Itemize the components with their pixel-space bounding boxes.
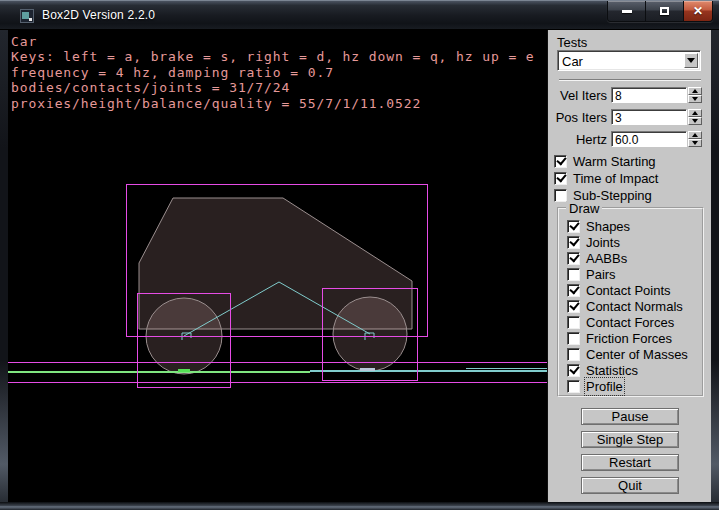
info-line: Keys: left = a, brake = s, right = d, hz… [11, 49, 535, 64]
vel-iters-decrement-button[interactable] [688, 95, 702, 103]
checkbox-label-contact-points: Contact Points [586, 283, 671, 298]
checkbox-label-time-of-impact: Time of Impact [573, 171, 658, 186]
test-select-value: Car [562, 54, 583, 69]
separator [559, 79, 701, 81]
checkbox-contact-forces[interactable] [567, 316, 580, 329]
window-border-left [0, 30, 8, 502]
draw-group-title: Draw [566, 201, 602, 216]
spinner-down-icon [692, 141, 698, 145]
checkbox-row-center-of-masses: Center of Masses [567, 348, 688, 361]
info-line: proxies/height/balance/quality = 55/7/1/… [11, 96, 535, 111]
spinner-up-icon [692, 111, 698, 115]
test-select-dropdown[interactable]: Car [557, 50, 701, 71]
checkbox-label-friction-forces: Friction Forces [586, 331, 672, 346]
action-buttons: PauseSingle StepRestartQuit [581, 408, 679, 494]
checkbox-row-pairs: Pairs [567, 268, 688, 281]
checkbox-row-time-of-impact: Time of Impact [554, 172, 658, 185]
close-button[interactable]: ✕ [684, 1, 712, 21]
checkbox-row-contact-normals: Contact Normals [567, 300, 688, 313]
solver-toggles: Warm Starting Time of Impact Sub-Steppin… [554, 155, 658, 202]
maximize-button[interactable] [646, 1, 684, 21]
pause-button[interactable]: Pause [581, 408, 679, 425]
checkbox-shapes[interactable] [567, 220, 580, 233]
quit-button[interactable]: Quit [581, 477, 679, 494]
pos-iters-increment-button[interactable] [688, 109, 702, 117]
spinner-row-pos-iters: Pos Iters 3 [548, 109, 702, 125]
checkbox-joints[interactable] [567, 236, 580, 249]
checkbox-label-contact-forces: Contact Forces [586, 315, 674, 330]
box2d-testbed-window: { "window": { "title": "Box2D Version 2.… [0, 0, 719, 510]
checkbox-label-profile: Profile [586, 379, 623, 394]
checkbox-row-shapes: Shapes [567, 220, 688, 233]
info-line: frequency = 4 hz, damping ratio = 0.7 [11, 65, 535, 80]
checkbox-label-center-of-masses: Center of Masses [586, 347, 688, 362]
chevron-down-icon [687, 58, 695, 63]
checkbox-pairs[interactable] [567, 268, 580, 281]
checkbox-row-joints: Joints [567, 236, 688, 249]
pos-iters-decrement-button[interactable] [688, 117, 702, 125]
spinner-row-hertz: Hertz 60.0 [548, 131, 702, 147]
window-border-right [711, 30, 719, 502]
app-icon [20, 9, 34, 23]
spinner-label-pos-iters: Pos Iters [548, 110, 611, 125]
contact-point-right [360, 368, 375, 371]
checkbox-label-joints: Joints [586, 235, 620, 250]
checkbox-row-warm-starting: Warm Starting [554, 155, 658, 168]
checkbox-label-pairs: Pairs [586, 267, 616, 282]
checkbox-row-profile: Profile [567, 380, 688, 393]
draw-flags-group: Draw Shapes Joints AABBs Pairs Contact P… [557, 207, 704, 397]
debug-info-text: CarKeys: left = a, brake = s, right = d,… [11, 34, 535, 111]
draw-flags-list: Shapes Joints AABBs Pairs Contact Points… [567, 220, 688, 393]
maximize-icon [660, 7, 669, 15]
spinner-down-icon [692, 97, 698, 101]
checkbox-center-of-masses[interactable] [567, 348, 580, 361]
checkbox-label-statistics: Statistics [586, 363, 638, 378]
pos-iters-field[interactable]: 3 [611, 109, 687, 125]
checkbox-contact-normals[interactable] [567, 300, 580, 313]
contact-point-left [178, 369, 190, 372]
checkbox-statistics[interactable] [567, 364, 580, 377]
checkbox-label-aabbs: AABBs [586, 251, 627, 266]
iteration-spinners: Vel Iters 8 Pos Iters 3 Hertz 60.0 [548, 87, 702, 147]
minimize-icon [622, 10, 632, 13]
checkbox-label-warm-starting: Warm Starting [573, 154, 656, 169]
checkbox-row-contact-points: Contact Points [567, 284, 688, 297]
checkbox-row-contact-forces: Contact Forces [567, 316, 688, 329]
caption-button-group: ✕ [607, 1, 713, 22]
checkbox-label-shapes: Shapes [586, 219, 630, 234]
hertz-increment-button[interactable] [688, 131, 702, 139]
checkbox-row-aabbs: AABBs [567, 252, 688, 265]
spinner-down-icon [692, 119, 698, 123]
dropdown-button[interactable] [684, 53, 698, 68]
tests-label: Tests [557, 35, 587, 50]
info-line: bodies/contacts/joints = 31/7/24 [11, 80, 535, 95]
vel-iters-field[interactable]: 8 [611, 87, 687, 103]
checkbox-label-contact-normals: Contact Normals [586, 299, 683, 314]
checkbox-row-friction-forces: Friction Forces [567, 332, 688, 345]
window-border-bottom [0, 502, 719, 510]
spinner-row-vel-iters: Vel Iters 8 [548, 87, 702, 103]
checkbox-friction-forces[interactable] [567, 332, 580, 345]
window-title: Box2D Version 2.2.0 [42, 8, 155, 22]
single-step-button[interactable]: Single Step [581, 431, 679, 448]
spinner-up-icon [692, 89, 698, 93]
spinner-up-icon [692, 133, 698, 137]
restart-button[interactable]: Restart [581, 454, 679, 471]
physics-viewport[interactable]: CarKeys: left = a, brake = s, right = d,… [8, 30, 547, 502]
checkbox-contact-points[interactable] [567, 284, 580, 297]
close-icon: ✕ [693, 5, 703, 17]
spinner-label-hertz: Hertz [548, 132, 611, 147]
hertz-field[interactable]: 60.0 [611, 131, 687, 147]
title-bar[interactable]: Box2D Version 2.2.0 ✕ [0, 0, 719, 30]
control-panel: Tests Car Vel Iters 8 Pos Iters 3 Hertz … [547, 30, 711, 502]
checkbox-row-statistics: Statistics [567, 364, 688, 377]
checkbox-profile[interactable] [567, 380, 580, 393]
checkbox-warm-starting[interactable] [554, 155, 567, 168]
spinner-label-vel-iters: Vel Iters [548, 88, 611, 103]
checkbox-aabbs[interactable] [567, 252, 580, 265]
minimize-button[interactable] [608, 1, 646, 21]
checkbox-time-of-impact[interactable] [554, 172, 567, 185]
info-line: Car [11, 34, 535, 49]
vel-iters-increment-button[interactable] [688, 87, 702, 95]
hertz-decrement-button[interactable] [688, 139, 702, 147]
